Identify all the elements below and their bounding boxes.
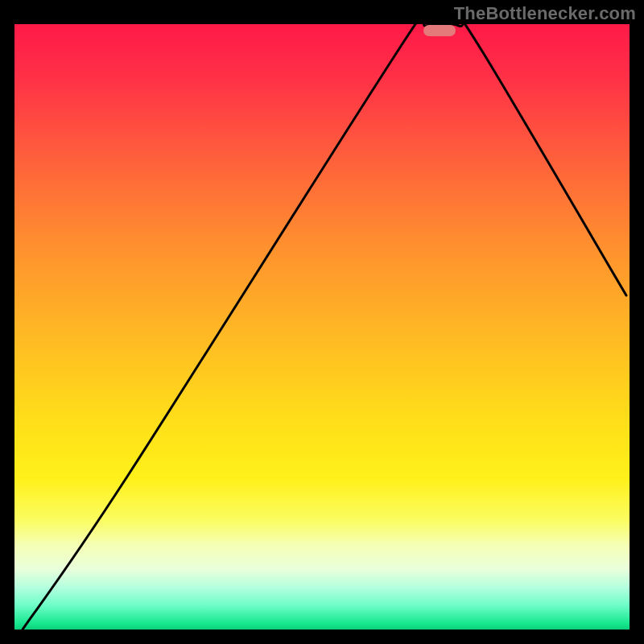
- plot-area: [14, 24, 630, 630]
- bottleneck-curve: [14, 24, 630, 630]
- optimum-marker: [423, 25, 456, 36]
- bottleneck-curve-path: [23, 24, 626, 630]
- watermark-label: TheBottlenecker.com: [454, 3, 636, 24]
- chart-frame: TheBottlenecker.com: [0, 0, 644, 644]
